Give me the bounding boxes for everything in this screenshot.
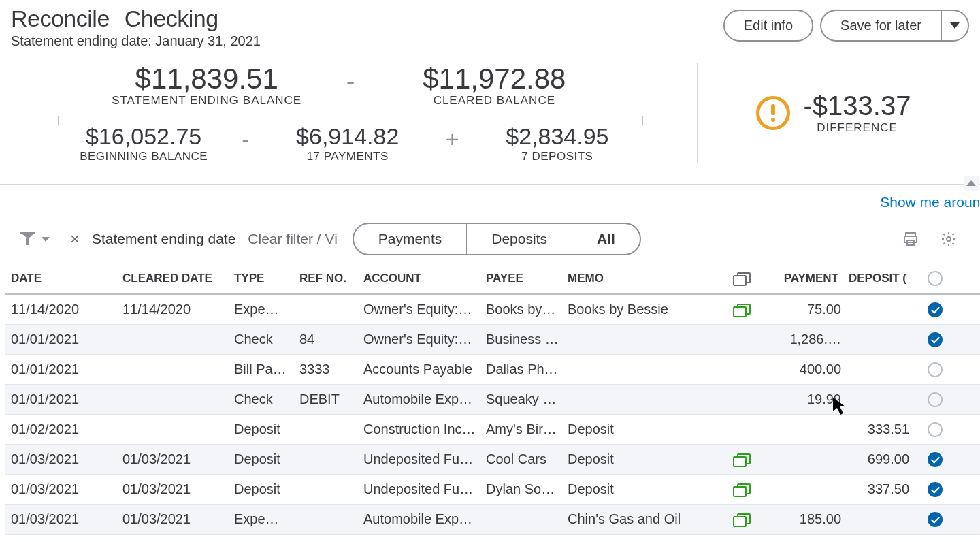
cell-account: Automobile Exp… — [363, 511, 486, 527]
row-checkbox[interactable] — [928, 392, 943, 407]
cell-type: Check — [234, 332, 299, 347]
col-attachment[interactable] — [724, 272, 758, 285]
cell-date: 01/01/2021 — [11, 332, 122, 347]
cell-attachment — [724, 513, 758, 526]
row-checkbox[interactable] — [928, 482, 943, 497]
cell-payment: 185.00 — [758, 511, 847, 527]
difference: -$133.37 DIFFERENCE — [804, 91, 911, 136]
cell-account: Owner's Equity:… — [363, 332, 486, 347]
col-type[interactable]: TYPE — [234, 272, 299, 285]
cell-checkbox — [915, 302, 956, 317]
table-row[interactable]: 01/01/2021 Check 84 Owner's Equity:… Bus… — [5, 325, 980, 355]
cell-payment: 400.00 — [758, 362, 847, 377]
row-checkbox[interactable] — [928, 452, 943, 467]
print-icon[interactable] — [902, 231, 919, 247]
cell-attachment — [724, 334, 758, 346]
attachment-icon — [733, 364, 749, 376]
chevron-down-icon — [950, 22, 960, 29]
segment-deposits[interactable]: Deposits — [467, 224, 572, 254]
cell-attachment — [724, 364, 758, 376]
cell-ref: 84 — [299, 332, 363, 347]
save-for-later-button[interactable]: Save for later — [820, 10, 941, 42]
cell-type: Deposit — [234, 481, 299, 497]
cell-checkbox — [915, 512, 956, 527]
cell-attachment — [724, 394, 758, 406]
cell-checkbox — [915, 482, 956, 497]
clear-filter-link[interactable]: Clear filter / Vi — [248, 231, 338, 247]
statement-ending-date: Statement ending date: January 31, 2021 — [11, 33, 261, 49]
svg-point-3 — [947, 237, 951, 241]
attachment-icon — [733, 483, 749, 496]
segment-all[interactable]: All — [572, 224, 640, 254]
row-checkbox[interactable] — [928, 362, 943, 377]
row-checkbox[interactable] — [928, 422, 943, 437]
filter-button[interactable] — [20, 232, 50, 246]
col-memo[interactable]: MEMO — [568, 272, 724, 285]
row-checkbox[interactable] — [928, 332, 943, 347]
table-row[interactable]: 01/03/2021 01/03/2021 Expe… Automobile E… — [5, 505, 980, 535]
checkbox-all[interactable] — [928, 271, 943, 286]
gear-icon[interactable] — [941, 231, 957, 247]
attachment-icon — [733, 453, 749, 466]
cell-payee: Dallas Ph… — [486, 362, 568, 377]
edit-info-button[interactable]: Edit info — [723, 10, 813, 42]
attachment-icon — [733, 424, 749, 436]
payments-total: $6,914.82 17 PAYMENTS — [262, 123, 434, 163]
table-row[interactable]: 01/01/2021 Bill Pa… 3333 Accounts Payabl… — [5, 355, 980, 385]
col-payment[interactable]: PAYMENT — [758, 272, 847, 285]
segment-payments[interactable]: Payments — [354, 224, 467, 254]
table-row[interactable]: 01/03/2021 01/03/2021 Deposit Undeposite… — [5, 475, 980, 505]
cell-account: Construction Inc… — [363, 421, 486, 437]
svg-rect-1 — [904, 236, 917, 242]
scroll-up-button[interactable] — [964, 176, 979, 191]
cell-memo: Books by Bessie — [568, 302, 724, 317]
cell-checkbox — [915, 332, 956, 347]
col-deposit[interactable]: DEPOSIT ( — [847, 272, 915, 285]
cell-deposit: 699.00 — [847, 451, 915, 467]
cell-account: Automobile Exp… — [363, 392, 486, 407]
cell-type: Deposit — [234, 451, 299, 467]
col-payee[interactable]: PAYEE — [486, 272, 568, 285]
col-ref[interactable]: REF NO. — [299, 272, 363, 285]
clear-filter-x[interactable]: × — [70, 229, 80, 249]
row-checkbox[interactable] — [928, 302, 943, 317]
table-row[interactable]: 01/03/2021 01/03/2021 Deposit Undeposite… — [5, 445, 980, 475]
cell-account: Undeposited Fu… — [363, 451, 486, 467]
col-cleared-date[interactable]: CLEARED DATE — [122, 272, 234, 285]
cell-deposit: 337.50 — [847, 481, 915, 497]
col-select-all[interactable] — [915, 271, 956, 286]
caret-down-icon — [42, 237, 50, 242]
cell-memo: Deposit — [568, 421, 724, 437]
attachment-icon — [733, 334, 749, 346]
cell-checkbox — [915, 422, 956, 437]
cell-type: Check — [234, 392, 299, 407]
cell-payee: Cool Cars — [486, 451, 568, 467]
plus-operator: + — [434, 126, 472, 161]
save-menu-button[interactable] — [941, 10, 969, 42]
col-account[interactable]: ACCOUNT — [363, 272, 486, 285]
table-row[interactable]: 01/02/2021 Deposit Construction Inc… Amy… — [5, 415, 980, 445]
cell-ref: DEBIT — [299, 392, 363, 407]
chevron-up-icon — [966, 180, 976, 186]
show-me-around-link[interactable]: Show me around — [880, 194, 980, 210]
row-checkbox[interactable] — [928, 512, 943, 527]
cell-payment: 1,286.… — [758, 332, 847, 347]
table-row[interactable]: 11/14/2020 11/14/2020 Expe… Owner's Equi… — [5, 295, 980, 325]
cell-account: Accounts Payable — [363, 362, 486, 377]
minus-operator: - — [229, 126, 261, 161]
cell-attachment — [724, 304, 758, 316]
cell-type: Bill Pa… — [234, 362, 299, 377]
cell-cleared-date: 01/03/2021 — [122, 451, 234, 467]
cell-checkbox — [915, 362, 956, 377]
col-date[interactable]: DATE — [11, 272, 122, 285]
cell-date: 01/02/2021 — [11, 421, 122, 437]
cell-attachment — [724, 483, 758, 496]
attachment-icon — [733, 394, 749, 406]
cell-account: Owner's Equity:… — [363, 302, 486, 317]
cleared-balance: $11,972.88 CLEARED BALANCE — [375, 63, 613, 108]
table-header: DATE CLEARED DATE TYPE REF NO. ACCOUNT P… — [5, 264, 980, 295]
statement-ending-balance: $11,839.51 STATEMENT ENDING BALANCE — [88, 63, 326, 108]
cell-payee: Amy's Bir… — [486, 421, 568, 437]
minus-operator: - — [326, 67, 376, 103]
cell-attachment — [724, 424, 758, 436]
